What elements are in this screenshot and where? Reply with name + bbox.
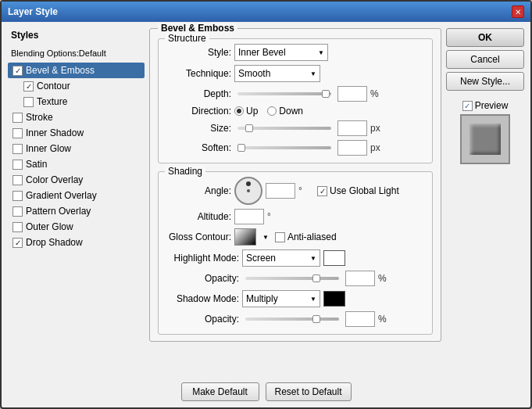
pattern-overlay-label: Pattern Overlay [26,206,91,217]
texture-checkbox[interactable] [23,97,34,107]
bevel-emboss-section: Bevel & Emboss Structure Style: Inner Be… [149,28,441,342]
preview-area: Preview [446,100,524,164]
contour-label: Contour [37,81,70,91]
depth-unit: % [370,88,386,99]
pattern-overlay-checkbox[interactable] [12,206,23,217]
inner-glow-checkbox[interactable] [12,144,23,154]
drop-shadow-label: Drop Shadow [26,237,83,248]
sidebar-item-stroke[interactable]: Stroke [8,109,145,125]
blending-options-label[interactable]: Blending Options:Default [8,47,145,59]
layer-items-list: Bevel & EmbossContourTextureStrokeInner … [8,63,145,250]
altitude-input[interactable]: 30 [234,209,264,224]
outer-glow-checkbox[interactable] [12,222,23,232]
altitude-unit: ° [267,211,283,222]
technique-select[interactable]: Smooth ▼ [234,65,320,82]
inner-shadow-checkbox[interactable] [12,128,23,138]
sidebar-item-pattern-overlay[interactable]: Pattern Overlay [8,203,145,219]
depth-slider[interactable] [237,92,331,95]
bevel-emboss-checkbox[interactable] [12,66,23,76]
satin-checkbox[interactable] [12,160,23,170]
sidebar-item-outer-glow[interactable]: Outer Glow [8,219,145,235]
depth-row: Depth: 100 % [165,86,426,102]
sidebar-item-inner-glow[interactable]: Inner Glow [8,141,145,156]
anti-aliased-check [275,232,285,242]
highlight-mode-select[interactable]: Screen ▼ [242,249,320,267]
make-default-button[interactable]: Make Default [181,382,259,401]
technique-field-label: Technique: [165,68,231,79]
sidebar-item-satin[interactable]: Satin [8,156,145,172]
soften-slider[interactable] [237,146,331,149]
ok-button[interactable]: OK [446,28,524,47]
sidebar-item-texture[interactable]: Texture [8,94,145,109]
style-select-arrow: ▼ [318,49,324,56]
highlight-opacity-slider[interactable] [245,277,339,280]
direction-up-circle [234,106,244,116]
use-global-light-checkbox[interactable]: Use Global Light [317,185,399,196]
angle-widget[interactable] [234,177,262,205]
global-light-check [317,186,327,196]
shadow-mode-arrow: ▼ [310,296,316,303]
highlight-opacity-label: Opacity: [165,273,239,284]
highlight-opacity-thumb[interactable] [312,274,320,282]
highlight-opacity-input[interactable]: 75 [345,271,375,286]
highlight-color-swatch[interactable] [323,250,345,266]
color-overlay-label: Color Overlay [26,174,83,185]
reset-to-default-button[interactable]: Reset to Default [266,382,352,401]
sidebar-item-color-overlay[interactable]: Color Overlay [8,172,145,188]
shading-box: Shading Angle: 123 ° Use Global Light [158,171,433,335]
shadow-opacity-row: Opacity: 75 % [165,311,426,327]
sidebar-item-drop-shadow[interactable]: Drop Shadow [8,235,145,250]
shadow-opacity-unit: % [378,314,394,325]
layer-style-dialog: Layer Style ✕ Styles Blending Options:De… [0,0,532,409]
angle-field-label: Angle: [165,185,231,196]
preview-checkbox-row: Preview [462,100,509,111]
anti-aliased-checkbox[interactable]: Anti-aliased [275,231,337,242]
depth-input[interactable]: 100 [337,86,367,102]
sidebar-item-contour[interactable]: Contour [8,78,145,94]
shadow-mode-row: Shadow Mode: Multiply ▼ [165,290,426,307]
right-panel: OK Cancel New Style... Preview [446,28,524,371]
depth-thumb[interactable] [322,90,330,98]
drop-shadow-checkbox[interactable] [12,238,23,248]
dialog-body: Styles Blending Options:Default Bevel & … [2,22,530,378]
gloss-contour-preview[interactable] [234,228,256,246]
sidebar-item-inner-shadow[interactable]: Inner Shadow [8,125,145,141]
shadow-opacity-slider[interactable] [245,318,339,321]
gradient-overlay-label: Gradient Overlay [26,190,97,201]
gradient-overlay-checkbox[interactable] [12,191,23,201]
preview-check[interactable] [462,101,473,111]
direction-field-label: Direction: [165,106,231,117]
new-style-button[interactable]: New Style... [446,72,524,91]
sidebar-item-gradient-overlay[interactable]: Gradient Overlay [8,188,145,203]
size-slider[interactable] [237,127,331,130]
bevel-emboss-label: Bevel & Emboss [26,65,95,76]
direction-down-radio[interactable]: Down [267,106,303,117]
shadow-opacity-input[interactable]: 75 [345,311,375,327]
direction-row: Direction: Up Down [165,106,426,117]
sidebar-item-bevel-emboss[interactable]: Bevel & Emboss [8,63,145,78]
inner-glow-label: Inner Glow [26,143,71,154]
shadow-opacity-thumb[interactable] [312,315,320,323]
soften-field-label: Soften: [165,142,231,153]
preview-label: Preview [475,100,509,111]
preview-inner [470,124,501,155]
style-select[interactable]: Inner Bevel ▼ [234,44,328,61]
highlight-mode-row: Highlight Mode: Screen ▼ [165,249,426,267]
size-input[interactable]: 3 [337,120,367,136]
color-overlay-checkbox[interactable] [12,175,23,185]
shadow-mode-select[interactable]: Multiply ▼ [242,290,320,307]
cancel-button[interactable]: Cancel [446,50,524,69]
soften-thumb[interactable] [237,144,245,152]
shadow-color-swatch[interactable] [323,291,345,307]
close-button[interactable]: ✕ [512,5,524,18]
contour-checkbox[interactable] [23,81,34,91]
gloss-contour-label: Gloss Contour: [165,231,231,242]
angle-input[interactable]: 123 [266,183,295,199]
size-thumb[interactable] [245,124,253,132]
soften-input[interactable]: 0 [337,140,367,156]
direction-up-radio[interactable]: Up [234,106,258,117]
stroke-checkbox[interactable] [12,113,23,123]
style-row: Style: Inner Bevel ▼ [165,44,426,61]
outer-glow-label: Outer Glow [26,221,73,232]
angle-row: Angle: 123 ° Use Global Light [165,177,426,205]
